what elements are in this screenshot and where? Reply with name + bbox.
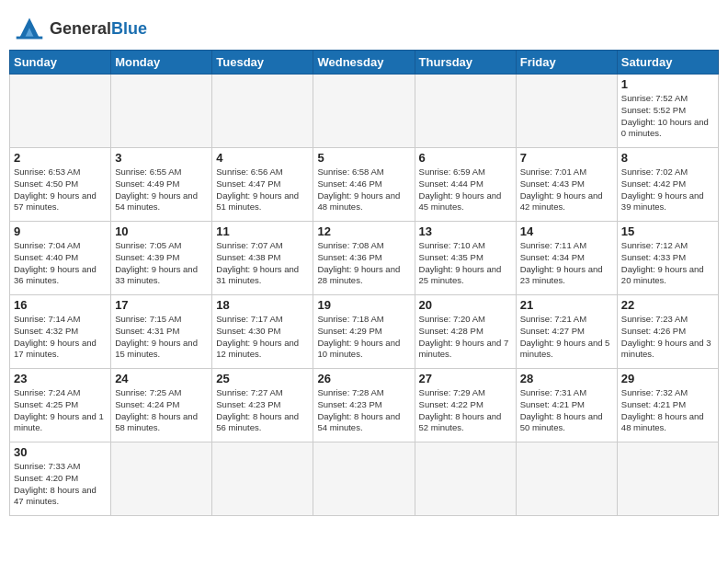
calendar-cell: 8Sunrise: 7:02 AM Sunset: 4:42 PM Daylig… <box>617 148 718 222</box>
calendar-cell <box>516 75 617 148</box>
calendar-cell: 16Sunrise: 7:14 AM Sunset: 4:32 PM Dayli… <box>10 295 111 369</box>
day-number: 5 <box>317 151 410 165</box>
day-info: Sunrise: 7:10 AM Sunset: 4:35 PM Dayligh… <box>419 240 512 287</box>
weekday-header-thursday: Thursday <box>415 51 516 75</box>
calendar-cell: 3Sunrise: 6:55 AM Sunset: 4:49 PM Daylig… <box>111 148 212 222</box>
day-info: Sunrise: 7:11 AM Sunset: 4:34 PM Dayligh… <box>520 240 613 287</box>
page-header: GeneralBlue <box>9 9 719 42</box>
logo: GeneralBlue <box>13 9 147 42</box>
day-info: Sunrise: 7:01 AM Sunset: 4:43 PM Dayligh… <box>520 167 613 213</box>
day-number: 14 <box>520 224 613 238</box>
week-row-2: 9Sunrise: 7:04 AM Sunset: 4:40 PM Daylig… <box>10 222 719 295</box>
day-info: Sunrise: 7:07 AM Sunset: 4:38 PM Dayligh… <box>216 240 309 287</box>
day-number: 21 <box>520 298 613 312</box>
day-info: Sunrise: 7:28 AM Sunset: 4:23 PM Dayligh… <box>317 387 410 434</box>
week-row-3: 16Sunrise: 7:14 AM Sunset: 4:32 PM Dayli… <box>10 295 719 369</box>
day-number: 12 <box>317 224 410 238</box>
day-number: 11 <box>216 224 309 238</box>
calendar-cell <box>313 442 415 516</box>
day-number: 1 <box>621 77 714 91</box>
weekday-header-saturday: Saturday <box>617 51 718 75</box>
day-info: Sunrise: 6:53 AM Sunset: 4:50 PM Dayligh… <box>14 167 107 213</box>
day-number: 10 <box>115 224 208 238</box>
calendar-cell: 7Sunrise: 7:01 AM Sunset: 4:43 PM Daylig… <box>516 148 617 222</box>
day-info: Sunrise: 7:17 AM Sunset: 4:30 PM Dayligh… <box>216 314 309 361</box>
day-number: 30 <box>14 445 107 459</box>
day-info: Sunrise: 7:33 AM Sunset: 4:20 PM Dayligh… <box>14 461 107 508</box>
calendar-cell: 6Sunrise: 6:59 AM Sunset: 4:44 PM Daylig… <box>415 148 516 222</box>
day-number: 9 <box>14 224 107 238</box>
calendar-cell: 28Sunrise: 7:31 AM Sunset: 4:21 PM Dayli… <box>516 369 617 442</box>
day-number: 4 <box>216 151 309 165</box>
calendar-cell: 29Sunrise: 7:32 AM Sunset: 4:21 PM Dayli… <box>617 369 718 442</box>
day-number: 18 <box>216 298 309 312</box>
calendar-cell <box>212 442 313 516</box>
day-info: Sunrise: 7:02 AM Sunset: 4:42 PM Dayligh… <box>621 167 714 213</box>
day-info: Sunrise: 7:08 AM Sunset: 4:36 PM Dayligh… <box>317 240 410 287</box>
day-info: Sunrise: 7:04 AM Sunset: 4:40 PM Dayligh… <box>14 240 107 287</box>
calendar-cell: 2Sunrise: 6:53 AM Sunset: 4:50 PM Daylig… <box>10 148 111 222</box>
day-info: Sunrise: 7:18 AM Sunset: 4:29 PM Dayligh… <box>317 314 410 361</box>
calendar-cell: 23Sunrise: 7:24 AM Sunset: 4:25 PM Dayli… <box>10 369 111 442</box>
day-number: 3 <box>115 151 208 165</box>
day-number: 8 <box>621 151 714 165</box>
day-info: Sunrise: 6:58 AM Sunset: 4:46 PM Dayligh… <box>317 167 410 213</box>
day-info: Sunrise: 7:05 AM Sunset: 4:39 PM Dayligh… <box>115 240 208 287</box>
day-info: Sunrise: 7:25 AM Sunset: 4:24 PM Dayligh… <box>115 387 208 434</box>
day-info: Sunrise: 7:29 AM Sunset: 4:22 PM Dayligh… <box>419 387 512 434</box>
weekday-header-sunday: Sunday <box>10 51 111 75</box>
calendar-cell: 9Sunrise: 7:04 AM Sunset: 4:40 PM Daylig… <box>10 222 111 295</box>
day-number: 23 <box>14 372 107 385</box>
day-number: 7 <box>520 151 613 165</box>
day-info: Sunrise: 7:21 AM Sunset: 4:27 PM Dayligh… <box>520 314 613 361</box>
day-number: 19 <box>317 298 410 312</box>
day-number: 2 <box>14 151 107 165</box>
svg-rect-2 <box>17 37 43 40</box>
day-info: Sunrise: 7:23 AM Sunset: 4:26 PM Dayligh… <box>621 314 714 361</box>
day-info: Sunrise: 6:59 AM Sunset: 4:44 PM Dayligh… <box>419 167 512 213</box>
calendar-cell <box>415 442 516 516</box>
day-number: 26 <box>317 372 410 385</box>
calendar-cell: 26Sunrise: 7:28 AM Sunset: 4:23 PM Dayli… <box>313 369 415 442</box>
calendar-cell <box>111 75 212 148</box>
calendar-cell: 27Sunrise: 7:29 AM Sunset: 4:22 PM Dayli… <box>415 369 516 442</box>
weekday-header-wednesday: Wednesday <box>313 51 415 75</box>
weekday-header-row: SundayMondayTuesdayWednesdayThursdayFrid… <box>10 51 719 75</box>
day-info: Sunrise: 7:14 AM Sunset: 4:32 PM Dayligh… <box>14 314 107 361</box>
day-info: Sunrise: 6:56 AM Sunset: 4:47 PM Dayligh… <box>216 167 309 213</box>
day-number: 13 <box>419 224 512 238</box>
day-info: Sunrise: 7:32 AM Sunset: 4:21 PM Dayligh… <box>621 387 714 434</box>
day-number: 25 <box>216 372 309 385</box>
day-info: Sunrise: 7:24 AM Sunset: 4:25 PM Dayligh… <box>14 387 107 434</box>
day-number: 29 <box>621 372 714 385</box>
week-row-1: 2Sunrise: 6:53 AM Sunset: 4:50 PM Daylig… <box>10 148 719 222</box>
day-number: 20 <box>419 298 512 312</box>
day-info: Sunrise: 7:12 AM Sunset: 4:33 PM Dayligh… <box>621 240 714 287</box>
calendar-cell <box>111 442 212 516</box>
calendar-cell: 18Sunrise: 7:17 AM Sunset: 4:30 PM Dayli… <box>212 295 313 369</box>
day-number: 28 <box>520 372 613 385</box>
calendar-cell: 4Sunrise: 6:56 AM Sunset: 4:47 PM Daylig… <box>212 148 313 222</box>
weekday-header-friday: Friday <box>516 51 617 75</box>
day-number: 6 <box>419 151 512 165</box>
logo-text: GeneralBlue <box>50 19 147 39</box>
calendar-cell: 1Sunrise: 7:52 AM Sunset: 5:52 PM Daylig… <box>617 75 718 148</box>
day-number: 22 <box>621 298 714 312</box>
day-info: Sunrise: 7:20 AM Sunset: 4:28 PM Dayligh… <box>419 314 512 361</box>
calendar-cell: 25Sunrise: 7:27 AM Sunset: 4:23 PM Dayli… <box>212 369 313 442</box>
week-row-5: 30Sunrise: 7:33 AM Sunset: 4:20 PM Dayli… <box>10 442 719 516</box>
calendar-cell <box>617 442 718 516</box>
day-info: Sunrise: 7:52 AM Sunset: 5:52 PM Dayligh… <box>621 93 714 140</box>
calendar-cell: 20Sunrise: 7:20 AM Sunset: 4:28 PM Dayli… <box>415 295 516 369</box>
calendar: SundayMondayTuesdayWednesdayThursdayFrid… <box>9 50 719 516</box>
day-info: Sunrise: 7:15 AM Sunset: 4:31 PM Dayligh… <box>115 314 208 361</box>
day-number: 16 <box>14 298 107 312</box>
calendar-cell: 15Sunrise: 7:12 AM Sunset: 4:33 PM Dayli… <box>617 222 718 295</box>
day-number: 15 <box>621 224 714 238</box>
calendar-cell: 5Sunrise: 6:58 AM Sunset: 4:46 PM Daylig… <box>313 148 415 222</box>
day-number: 17 <box>115 298 208 312</box>
calendar-cell: 24Sunrise: 7:25 AM Sunset: 4:24 PM Dayli… <box>111 369 212 442</box>
week-row-4: 23Sunrise: 7:24 AM Sunset: 4:25 PM Dayli… <box>10 369 719 442</box>
calendar-cell: 14Sunrise: 7:11 AM Sunset: 4:34 PM Dayli… <box>516 222 617 295</box>
calendar-cell: 19Sunrise: 7:18 AM Sunset: 4:29 PM Dayli… <box>313 295 415 369</box>
